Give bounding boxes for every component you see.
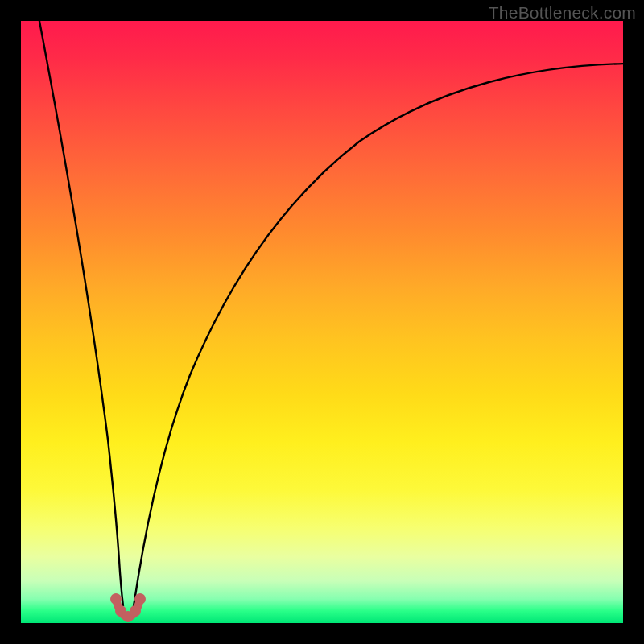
- curve-left: [39, 21, 123, 606]
- bottleneck-curve: [21, 21, 623, 623]
- curve-right: [134, 64, 623, 606]
- marker-dot: [110, 593, 122, 605]
- marker-dot: [134, 593, 146, 605]
- chart-frame: TheBottleneck.com: [0, 0, 644, 644]
- plot-area: [21, 21, 623, 623]
- marker-dot: [130, 605, 141, 617]
- attribution-text: TheBottleneck.com: [489, 3, 636, 23]
